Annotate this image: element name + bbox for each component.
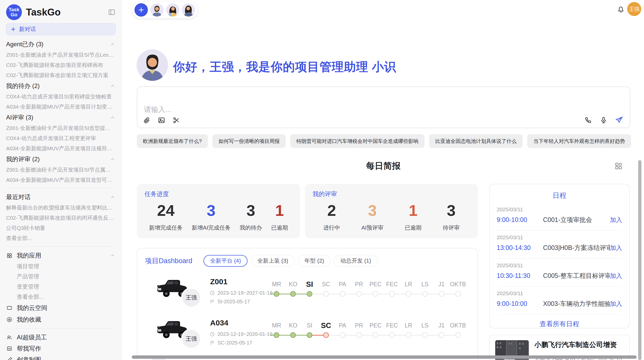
milestone-dot-PR[interactable] [356,291,362,297]
milestone-dot-OKTB[interactable] [455,332,461,338]
event-join-link[interactable]: 加入 [610,272,622,280]
milestone-dot-J1[interactable] [439,291,444,297]
event-title: X003-车辆动力学性能验... [537,299,610,308]
project-code[interactable]: A034 [210,319,228,327]
milestone-label-LS: LS [417,280,433,288]
sidebar-group-header[interactable]: AI评审 (3) [6,112,115,123]
milestone-dot-LS[interactable] [422,291,428,297]
sidebar-item-cloud-space[interactable]: 我的云空间 [6,302,115,314]
event-date: 2025/03/11 [497,234,622,241]
event-main: 13:00-14:30C003|H0B-方案冻结评审加入 [497,244,622,252]
dashboard-tab[interactable]: 动总开发 (1) [334,255,377,267]
milestone-dot-SI[interactable] [307,291,312,297]
task-progress-title: 任务进度 [144,190,292,198]
agent-avatar-3[interactable] [182,3,195,17]
sidebar-conversation-item[interactable]: A034-全新新能源MUV产品开发项目法规符合性评审 [6,143,115,154]
sidebar-group-header[interactable]: 我的评审 (2) [6,154,115,165]
my-apps-subitem[interactable]: 变更管理 [6,282,115,292]
notifications-bell-icon[interactable] [617,5,625,14]
main-area: 王强 你好，王强，我是你的项目管理助理 小识 请输入... [121,0,644,360]
new-chat-button[interactable]: 新对话 [6,23,115,35]
add-agent-button[interactable] [135,3,148,17]
milestone-dot-LS[interactable] [422,332,428,338]
phone-icon[interactable] [584,116,592,124]
agent-avatar-1[interactable] [150,3,164,17]
sidebar-item-favorites[interactable]: 我的收藏 [6,314,115,325]
sidebar-conversation-item[interactable]: Z001-全新燃油皮卡产品开发项目SI节点Lesson Learn报告 [6,50,115,60]
sidebar-conversation-item[interactable]: Z001-全新燃油轻卡产品开发项目SI节点属性5D文件评审 [6,165,115,175]
user-avatar[interactable]: 王强 [627,2,641,16]
sidebar-group-header[interactable]: 我的待办 (2) [6,80,115,92]
suggestion-chip[interactable]: 如何写一份清晰的项目周报 [212,134,286,148]
sidebar-conversation-item[interactable]: A034-全新新能源MUV产品开发项目计划变更表编写 [6,102,115,112]
suggestion-chip[interactable]: 比亚迪全固态电池计划具体说了什么 [429,134,523,148]
sidebar-item-creative-drawing[interactable]: 创意制图 [6,354,115,360]
suggestion-chip[interactable]: 当下年轻人对汽车外观有怎样的喜好趋势 [527,134,631,148]
view-all-schedule-link[interactable]: 查看所有日程 [497,314,622,334]
sidebar-conversation-item[interactable]: C0X4-动力总成开发项目工程变更评审 [6,133,115,143]
milestone-dot-PA[interactable] [340,291,345,297]
recent-conversation-item[interactable]: 查看全部... [6,233,115,243]
send-icon[interactable] [615,116,623,124]
vertical-scrollbar[interactable] [638,160,641,360]
sidebar-group-header[interactable]: Agent已办 (3) [6,39,115,50]
recent-conversation-item[interactable]: 解释最新出台的欧盟报废车法规再生塑料比例被调至15%... [6,203,115,213]
sidebar-conversation-item[interactable]: C02-飞腾新能源轻客改款项目立项汇报方案 [6,70,115,80]
sidebar-group-header-recent[interactable]: 最近对话 [6,191,115,203]
sidebar-item-ai-super-staff[interactable]: AI超级员工 [6,332,115,343]
milestone-dot-FEC[interactable] [389,332,395,338]
milestone-dot-PA[interactable] [340,332,345,338]
my-apps-subitem[interactable]: 项目管理 [6,261,115,272]
event-join-link[interactable]: 加入 [610,216,622,224]
project-list: 王强Z0012023-12-19~2027-01-19SI-2025-05-17… [137,275,477,358]
sidebar-conversation-item[interactable]: A034-全新新能源MUV产品开发项目造型可行性评审 [6,175,115,185]
help-me-write-label: 帮我写作 [17,344,41,353]
milestone-dot-OKTB[interactable] [455,291,461,297]
my-apps-subitem[interactable]: 产品管理 [6,272,115,282]
event-join-link[interactable]: 加入 [610,300,622,308]
attachment-icon[interactable] [143,116,151,124]
news-title: 小鹏飞行汽车制造公司增资 [534,340,624,349]
my-apps-subitem[interactable]: 查看全部... [6,292,115,302]
horizontal-scrollbar[interactable] [132,355,637,359]
milestone-dot-LR[interactable] [406,291,411,297]
sidebar-conversation-item[interactable]: C02-飞腾新能源轻客改款项目里程碑画布 [6,60,115,70]
divider [6,246,115,247]
agent-avatar-2[interactable] [166,3,179,17]
suggestion-chip[interactable]: 特朗普可能对进口汽车增税会对中国车企造成哪些影响 [290,134,425,148]
milestone-dot-PEC[interactable] [373,332,378,338]
sidebar-item-my-apps[interactable]: 我的应用 [6,250,115,261]
recent-conversation-item[interactable]: C02-飞腾新能源轻客改款项目的闭环通告反馈情况 [6,213,115,223]
milestone-label-PR: PR [351,280,367,288]
milestone-dot-KO[interactable] [290,291,296,297]
milestone-dot-SC[interactable] [323,291,329,297]
layout-grid-icon[interactable] [614,162,623,171]
sidebar-conversation-item[interactable]: Z001-全新燃油轻卡产品开发项目SI造型提交物评审 [6,123,115,133]
suggestion-chip[interactable]: 欧洲新规最近颁布了什么? [137,134,208,148]
milestone-label-SC: SC [318,280,334,288]
dashboard-tab[interactable]: 年型 (2) [298,255,330,267]
milestone-dot-KO[interactable] [290,332,296,338]
milestone-dot-MR[interactable] [274,291,279,297]
chat-input-card[interactable]: 请输入... [137,86,630,128]
sidebar-conversation-item[interactable]: C0X4-动力总成开发项目SI里程碑提交物检查 [6,92,115,102]
milestone-dot-LR[interactable] [406,332,411,338]
milestone-dot-FEC[interactable] [389,291,395,297]
dashboard-tab[interactable]: 全新上装 (3) [251,255,295,267]
milestone-dot-SC[interactable] [323,332,329,338]
event-join-link[interactable]: 加入 [610,244,622,252]
milestone-dot-PEC[interactable] [373,291,378,297]
dashboard-tab[interactable]: 全新平台 (4) [203,255,247,267]
recent-conversation-item[interactable]: 公司Q3轻卡销量 [6,223,115,233]
milestone-dot-MR[interactable] [274,332,279,338]
sidebar-collapse-icon[interactable] [108,8,115,16]
project-code[interactable]: Z001 [210,277,227,286]
milestone-dot-SI[interactable] [307,332,312,338]
milestone-dot-J1[interactable] [439,332,444,338]
image-icon[interactable] [158,116,165,124]
sidebar-item-help-me-write[interactable]: 帮我写作 [6,343,115,354]
milestone-dot-PR[interactable] [356,332,362,338]
sidebar-group-title: 我的待办 (2) [6,82,40,90]
scissors-icon[interactable] [172,116,180,124]
microphone-icon[interactable] [600,116,607,124]
